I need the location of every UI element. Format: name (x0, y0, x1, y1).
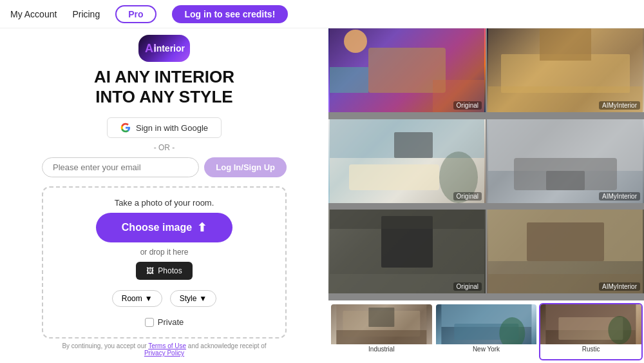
privacy-policy-link[interactable]: Privacy Policy (144, 349, 184, 357)
private-row: Private (145, 317, 184, 327)
logo: AI interior (138, 35, 190, 62)
gallery-image-3-ai: AIMyInterior (487, 210, 644, 293)
terms-of-use-link[interactable]: Terms of Use (148, 342, 186, 349)
email-input[interactable] (42, 157, 199, 177)
image-label-ai-1: AIMyInterior (599, 101, 640, 110)
svg-rect-29 (368, 308, 394, 327)
gallery-image-2-original: Original (328, 119, 486, 203)
image-label-original-3: Original (453, 282, 482, 291)
header: My Account Pricing Pro Log in to see cre… (0, 0, 644, 28)
gallery-image-2-ai: AIMyInterior (487, 119, 644, 203)
room-decoration-2ai (487, 119, 644, 203)
thumbnails-row: Industrial New York (328, 300, 644, 364)
room-svg-2ai (487, 119, 644, 203)
thumbnail-rustic[interactable]: Rustic (539, 303, 643, 361)
main-content: AI interior AI ANY INTERIOR INTO ANY STY… (0, 28, 644, 363)
gallery-image-1-ai: AIMyInterior (487, 28, 644, 112)
headline-line1: AI ANY INTERIOR (94, 67, 234, 87)
email-row: Log In/Sign Up (42, 157, 287, 177)
selects-row: Room ▼ Style ▼ (112, 290, 216, 307)
thumb-svg-newyork (436, 304, 537, 344)
login-signup-button[interactable]: Log In/Sign Up (204, 157, 287, 177)
google-signin-label: Sign in with Google (136, 123, 208, 133)
room-svg-1ai (487, 28, 644, 112)
pricing-link[interactable]: Pricing (72, 9, 100, 19)
room-decoration-1 (328, 28, 486, 112)
style-label: Style (180, 294, 197, 303)
image-label-original-1: Original (453, 101, 482, 110)
svg-rect-24 (527, 222, 604, 261)
headline: AI ANY INTERIOR INTO ANY STYLE (94, 67, 234, 107)
thumb-img-rustic (540, 304, 641, 344)
room-svg-2 (328, 119, 486, 203)
upload-title: Take a photo of your room. (115, 198, 214, 208)
gallery-image-1-original: Original (328, 28, 486, 112)
private-checkbox[interactable] (145, 318, 154, 327)
thumb-label-industrial: Industrial (331, 344, 432, 354)
my-account-link[interactable]: My Account (10, 9, 57, 19)
svg-rect-20 (330, 210, 484, 229)
photos-button[interactable]: 🖼 Photos (136, 262, 192, 280)
thumbnail-newyork[interactable]: New York (435, 303, 538, 361)
thumb-svg-industrial (331, 304, 432, 344)
choose-image-button[interactable]: Choose image ⬆ (96, 213, 232, 242)
image-label-ai-2: AIMyInterior (599, 192, 640, 201)
headline-line2: INTO ANY STYLE (94, 87, 234, 107)
thumb-svg-rustic (540, 304, 641, 344)
image-label-ai-3: AIMyInterior (599, 282, 640, 291)
or-divider: - OR - (154, 143, 175, 152)
choose-image-label: Choose image (122, 222, 192, 233)
gallery-image-3-original: Original (328, 210, 486, 293)
svg-rect-28 (336, 330, 426, 344)
drop-text: or drop it here (140, 248, 189, 257)
svg-rect-7 (540, 28, 591, 61)
room-decoration-2 (328, 119, 486, 203)
room-svg-3ai (487, 210, 644, 293)
room-svg-3 (328, 210, 486, 293)
thumb-img-newyork (436, 304, 537, 344)
image-label-original-2: Original (453, 192, 482, 201)
room-svg-1 (328, 28, 486, 112)
terms-prefix: By continuing, you accept our (62, 342, 148, 349)
room-select[interactable]: Room ▼ (112, 290, 162, 307)
room-decoration-1ai (487, 28, 644, 112)
thumb-label-rustic: Rustic (540, 344, 641, 354)
terms-middle: and acknowledge receipt of (188, 342, 267, 349)
google-icon (120, 123, 131, 133)
photos-icon: 🖼 (146, 266, 154, 275)
upload-box: Take a photo of your room. Choose image … (42, 186, 287, 338)
room-decoration-3 (328, 210, 486, 293)
svg-point-37 (609, 316, 632, 344)
svg-rect-11 (349, 164, 439, 190)
thumbnail-industrial[interactable]: Industrial (330, 303, 433, 361)
room-chevron-icon: ▼ (145, 294, 153, 303)
login-button[interactable]: Log in to see credits! (172, 5, 289, 23)
right-panel: Original AIMyInterior (328, 28, 644, 363)
left-panel: AI interior AI ANY INTERIOR INTO ANY STY… (0, 28, 328, 363)
room-label: Room (122, 294, 142, 303)
room-decoration-3ai (487, 210, 644, 293)
thumb-img-industrial (331, 304, 432, 344)
terms-text: By continuing, you accept our Terms of U… (55, 342, 274, 357)
svg-point-2 (344, 30, 367, 53)
nav: My Account Pricing Pro Log in to see cre… (10, 5, 634, 23)
svg-rect-17 (546, 171, 585, 190)
logo-interior-text: interior (154, 43, 185, 54)
upload-icon: ⬆ (197, 221, 207, 235)
style-select[interactable]: Style ▼ (170, 290, 217, 307)
private-label: Private (158, 317, 184, 327)
svg-rect-3 (330, 67, 368, 93)
google-signin-button[interactable]: Sign in with Google (107, 117, 222, 138)
photos-label: Photos (158, 266, 182, 275)
svg-rect-12 (394, 132, 433, 158)
thumb-label-newyork: New York (436, 344, 537, 354)
style-chevron-icon: ▼ (199, 294, 207, 303)
pro-button[interactable]: Pro (115, 5, 156, 23)
